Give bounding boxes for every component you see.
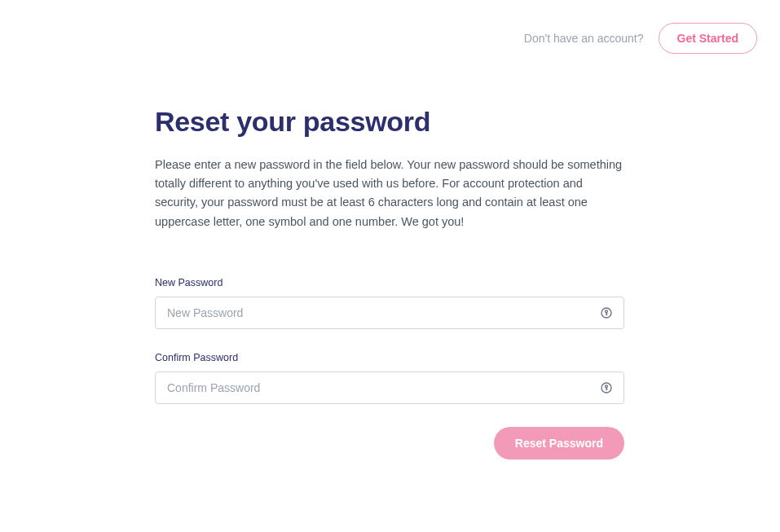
new-password-input[interactable]: [155, 297, 624, 329]
confirm-password-wrapper: [155, 372, 624, 404]
password-key-icon: [600, 381, 613, 394]
header-actions: Don't have an account? Get Started: [524, 23, 757, 54]
svg-point-3: [606, 385, 608, 388]
account-prompt-text: Don't have an account?: [524, 32, 644, 45]
get-started-button[interactable]: Get Started: [659, 23, 757, 54]
reset-password-button[interactable]: Reset Password: [494, 427, 624, 459]
instructions-text: Please enter a new password in the field…: [155, 156, 624, 231]
form-actions: Reset Password: [155, 427, 624, 459]
reset-password-panel: Reset your password Please enter a new p…: [155, 106, 624, 459]
confirm-password-group: Confirm Password: [155, 352, 624, 404]
new-password-label: New Password: [155, 277, 624, 288]
page-title: Reset your password: [155, 106, 624, 138]
confirm-password-label: Confirm Password: [155, 352, 624, 363]
new-password-wrapper: [155, 297, 624, 329]
new-password-group: New Password: [155, 277, 624, 329]
confirm-password-input[interactable]: [155, 372, 624, 404]
password-key-icon: [600, 306, 613, 319]
svg-point-1: [606, 310, 608, 313]
